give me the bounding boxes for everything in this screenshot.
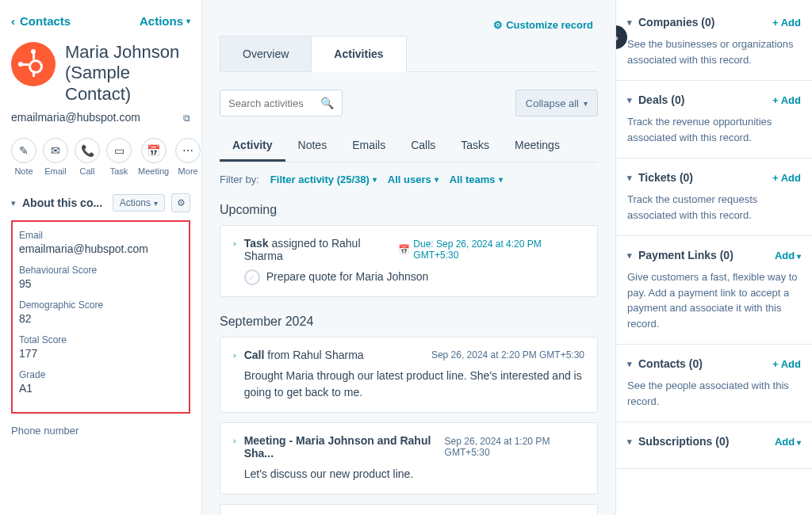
panel-subscriptions: ▾ Subscriptions (0) Add ▾: [616, 422, 812, 469]
chevron-left-icon: ‹: [11, 14, 15, 28]
panel-payment: ▾ Payment Links (0) Add ▾ Give customers…: [616, 236, 812, 345]
action-task: ▭ Task: [106, 138, 132, 176]
chevron-down-icon: ▾: [795, 438, 801, 447]
task-card: › Task assigned to Rahul Sharma 📅Due: Se…: [220, 225, 598, 297]
filter-users[interactable]: All users▾: [388, 174, 439, 185]
action-meeting: 📅 Meeting: [138, 138, 169, 176]
field-total-score: Total Score 177: [19, 334, 182, 360]
panel-title[interactable]: ▾ Subscriptions (0): [627, 435, 729, 448]
panel-title[interactable]: ▾ Tickets (0): [627, 171, 693, 184]
gear-icon: ⚙: [493, 19, 503, 31]
contact-name: Maria Johnson (Sample Contact): [65, 42, 190, 105]
filter-activity[interactable]: Filter activity (25/38)▾: [270, 174, 377, 185]
panel-title[interactable]: ▾ Contacts (0): [627, 357, 703, 370]
chevron-down-icon: ▾: [627, 437, 632, 447]
tab-activities[interactable]: Activities: [311, 36, 406, 72]
email-button[interactable]: ✉: [43, 138, 68, 163]
field-value: 177: [19, 347, 182, 360]
chevron-down-icon: ▾: [627, 359, 632, 369]
field-label: Grade: [19, 369, 182, 380]
add-button[interactable]: Add ▾: [775, 250, 801, 261]
filter-teams[interactable]: All teams▾: [450, 174, 503, 185]
group-upcoming: Upcoming: [220, 203, 598, 217]
search-icon[interactable]: 🔍: [320, 97, 334, 109]
avatar: [11, 42, 56, 86]
search-row: 🔍 Collapse all ▾: [220, 90, 598, 116]
task-title: Task assigned to Rahul Sharma: [244, 237, 399, 262]
task-checkbox[interactable]: ✓: [244, 269, 260, 285]
panel-header: ▾ Tickets (0) + Add: [627, 171, 801, 184]
activity-card: › Call from Rahul Sharma Sep 26, 2024 at…: [220, 337, 598, 413]
calendar-icon: 📅: [398, 244, 410, 255]
add-button[interactable]: + Add: [772, 358, 801, 370]
chevron-down-icon: ▾: [627, 250, 632, 261]
panel-title[interactable]: ▾ Companies (0): [627, 16, 714, 29]
subtab-calls[interactable]: Calls: [398, 131, 448, 162]
subtabs: ActivityNotesEmailsCallsTasksMeetings: [220, 131, 598, 162]
chevron-right-icon[interactable]: ›: [233, 350, 236, 360]
panel-title[interactable]: ▾ Payment Links (0): [627, 249, 733, 261]
task-due-date: 📅Due: Sep 26, 2024 at 4:20 PM GMT+5:30: [398, 238, 584, 261]
add-button[interactable]: + Add: [772, 172, 801, 184]
panel-header: ▾ Subscriptions (0) Add ▾: [627, 435, 801, 448]
action-note: ✎ Note: [11, 138, 36, 176]
subtab-emails[interactable]: Emails: [339, 131, 398, 162]
action-buttons: ✎ Note ✉ Email 📞 Call ▭ Task 📅 Meeting ⋯…: [11, 138, 190, 176]
field-label: Total Score: [19, 334, 182, 345]
chevron-down-icon: ▾: [186, 17, 190, 25]
filter-row: Filter by: Filter activity (25/38)▾ All …: [220, 174, 598, 185]
contact-actions-dropdown[interactable]: Actions ▾: [140, 14, 190, 28]
copy-icon[interactable]: ⧉: [183, 113, 190, 124]
tab-overview[interactable]: Overview: [220, 36, 311, 71]
group-month: September 2024: [220, 315, 598, 329]
subtab-tasks[interactable]: Tasks: [448, 131, 502, 162]
task-button[interactable]: ▭: [106, 138, 132, 163]
task-desc: ✓Prepare quote for Maria Johnson: [244, 269, 584, 285]
panel-desc: See the people associated with this reco…: [627, 378, 801, 409]
panel-header: ▾ Companies (0) + Add: [627, 16, 801, 29]
right-sidebar: » ▾ Companies (0) + Add See the business…: [615, 0, 812, 515]
panel-header: ▾ Payment Links (0) Add ▾: [627, 249, 801, 261]
panel-companies: ▾ Companies (0) + Add See the businesses…: [616, 3, 812, 81]
main-content: ⚙ Customize record Overview Activities 🔍…: [202, 0, 615, 515]
customize-label: Customize record: [506, 19, 593, 31]
chevron-down-icon: ▾: [584, 99, 588, 108]
chevron-down-icon[interactable]: ▾: [11, 198, 16, 208]
field-grade: Grade A1: [19, 369, 182, 395]
panel-header: ▾ Contacts (0) + Add: [627, 357, 801, 370]
activity-desc: Brought Maria through our latest product…: [244, 368, 584, 401]
left-sidebar: ‹ Contacts Actions ▾ Maria Johnson (Samp…: [0, 0, 202, 515]
meeting-button[interactable]: 📅: [141, 138, 167, 163]
back-contacts[interactable]: ‹ Contacts: [11, 14, 71, 28]
add-button[interactable]: + Add: [772, 94, 801, 106]
chevron-right-icon[interactable]: ›: [233, 238, 236, 248]
about-actions-dropdown[interactable]: Actions ▾: [113, 194, 165, 212]
panel-tickets: ▾ Tickets (0) + Add Track the customer r…: [616, 158, 812, 236]
more-button[interactable]: ⋯: [175, 138, 201, 163]
call-button[interactable]: 📞: [75, 138, 100, 163]
note-button[interactable]: ✎: [11, 138, 36, 163]
add-button[interactable]: Add ▾: [775, 436, 801, 448]
panel-desc: See the businesses or organizations asso…: [627, 36, 801, 67]
field-value: A1: [19, 382, 182, 395]
customize-record-link[interactable]: ⚙ Customize record: [493, 19, 593, 31]
chevron-right-icon[interactable]: ›: [233, 436, 236, 445]
about-header: ▾ About this co... Actions ▾ ⚙: [11, 193, 190, 212]
activity-date: Sep 26, 2024 at 2:20 PM GMT+5:30: [431, 349, 584, 360]
back-row: ‹ Contacts Actions ▾: [11, 14, 190, 28]
action-label: Email: [44, 166, 67, 176]
collapse-all-button[interactable]: Collapse all ▾: [515, 90, 598, 116]
gear-icon[interactable]: ⚙: [171, 193, 190, 212]
subtab-activity[interactable]: Activity: [220, 131, 285, 162]
contact-header: Maria Johnson (Sample Contact): [11, 42, 190, 105]
subtab-meetings[interactable]: Meetings: [502, 131, 573, 162]
field-behavioural-score: Behavioural Score 95: [19, 265, 182, 290]
chevron-down-icon: ▾: [627, 95, 632, 105]
add-button[interactable]: + Add: [772, 17, 801, 29]
field-label: Email: [19, 230, 182, 241]
panel-title[interactable]: ▾ Deals (0): [627, 93, 684, 106]
search-input[interactable]: [228, 97, 314, 109]
panel-deals: ▾ Deals (0) + Add Track the revenue oppo…: [616, 81, 812, 158]
subtab-notes[interactable]: Notes: [285, 131, 340, 162]
action-label: More: [178, 166, 198, 176]
